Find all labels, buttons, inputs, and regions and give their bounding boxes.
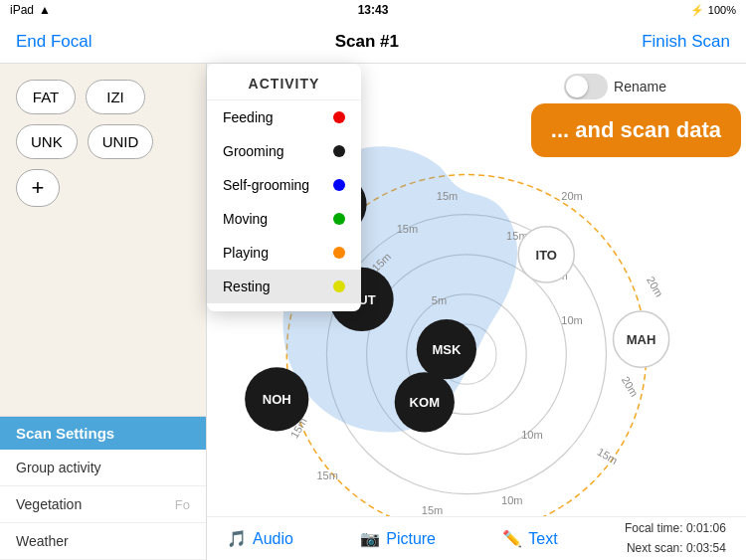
- subject-unk[interactable]: UNK: [16, 124, 78, 159]
- pen-icon: ✏️: [502, 529, 522, 548]
- subject-unid[interactable]: UNID: [88, 124, 154, 159]
- resting-label: Resting: [223, 279, 270, 294]
- focal-time: Focal time: 0:01:06: [625, 519, 726, 538]
- nav-bar: End Focal Scan #1 Finish Scan: [0, 20, 746, 64]
- status-right: ⚡ 100%: [690, 4, 736, 17]
- resting-dot: [333, 280, 345, 292]
- feeding-dot: [333, 111, 345, 123]
- wifi-icon: ▲: [39, 3, 51, 17]
- left-sidebar: FAT IZI UNK UNID + Scan Settings Group a…: [0, 64, 207, 560]
- scan-settings-header: Scan Settings: [0, 417, 206, 450]
- focal-info: Focal time: 0:01:06 Next scan: 0:03:54: [625, 519, 726, 557]
- feeding-label: Feeding: [223, 109, 274, 125]
- status-bar: iPad ▲ 13:43 ⚡ 100%: [0, 0, 746, 20]
- bluetooth-icon: ⚡: [690, 4, 704, 17]
- add-subject-button[interactable]: +: [16, 169, 60, 207]
- settings-weather[interactable]: Weather: [0, 523, 206, 560]
- status-left: iPad ▲: [10, 3, 51, 17]
- subject-fat[interactable]: FAT: [16, 80, 76, 114]
- self-grooming-dot: [333, 179, 345, 191]
- playing-label: Playing: [223, 245, 269, 261]
- audio-icon: 🎵: [227, 529, 247, 548]
- moving-label: Moving: [223, 211, 268, 227]
- scan-settings-panel: Scan Settings Group activity Vegetation …: [0, 416, 206, 560]
- callout-bubble: ... and scan data: [531, 103, 741, 157]
- svg-text:20m: 20m: [645, 275, 665, 299]
- svg-text:15m: 15m: [316, 469, 337, 481]
- status-time: 13:43: [358, 3, 389, 17]
- svg-text:15m: 15m: [397, 223, 418, 235]
- vegetation-value: Fo: [175, 497, 190, 512]
- activity-popup: ACTIVITY Feeding Grooming Self-grooming …: [207, 64, 361, 311]
- svg-text:20m: 20m: [620, 374, 641, 399]
- activity-resting[interactable]: Resting: [207, 270, 361, 303]
- settings-vegetation[interactable]: Vegetation Fo: [0, 486, 206, 523]
- svg-text:15m: 15m: [595, 446, 620, 467]
- finish-scan-button[interactable]: Finish Scan: [642, 32, 730, 52]
- camera-icon: 📷: [360, 529, 380, 548]
- picture-button[interactable]: 📷 Picture: [360, 529, 436, 548]
- scan-title: Scan #1: [335, 32, 399, 52]
- vegetation-label: Vegetation: [16, 496, 82, 512]
- moving-dot: [333, 213, 345, 225]
- playing-dot: [333, 247, 345, 259]
- svg-text:15m: 15m: [437, 190, 458, 202]
- svg-text:15m: 15m: [422, 504, 443, 516]
- audio-label: Audio: [253, 530, 293, 548]
- settings-group-activity[interactable]: Group activity: [0, 450, 206, 486]
- grooming-dot: [333, 145, 345, 157]
- rename-toggle[interactable]: Rename: [564, 74, 666, 99]
- svg-text:KOM: KOM: [410, 395, 440, 410]
- subject-izi[interactable]: IZI: [86, 80, 145, 114]
- svg-text:10m: 10m: [561, 314, 582, 326]
- activity-moving[interactable]: Moving: [207, 202, 361, 236]
- next-scan: Next scan: 0:03:54: [625, 539, 726, 558]
- bottom-bar: 🎵 Audio 📷 Picture ✏️ Text Focal time: 0:…: [207, 516, 746, 560]
- end-focal-button[interactable]: End Focal: [16, 32, 93, 52]
- svg-text:NOH: NOH: [263, 392, 291, 407]
- svg-text:10m: 10m: [501, 494, 522, 506]
- svg-text:MSK: MSK: [432, 342, 462, 357]
- audio-button[interactable]: 🎵 Audio: [227, 529, 293, 548]
- activity-grooming[interactable]: Grooming: [207, 134, 361, 168]
- activity-feeding[interactable]: Feeding: [207, 100, 361, 134]
- svg-text:20m: 20m: [561, 190, 582, 202]
- svg-text:5m: 5m: [432, 294, 447, 306]
- activity-popup-title: ACTIVITY: [207, 64, 361, 100]
- text-label: Text: [528, 530, 557, 548]
- toggle-knob: [566, 76, 588, 97]
- device-label: iPad: [10, 3, 34, 17]
- svg-text:10m: 10m: [521, 429, 542, 441]
- rename-switch[interactable]: [564, 74, 608, 99]
- group-activity-label: Group activity: [16, 460, 101, 475]
- subject-buttons: FAT IZI UNK UNID +: [0, 64, 206, 223]
- battery-label: 100%: [708, 4, 736, 16]
- svg-text:MAH: MAH: [627, 332, 656, 347]
- text-button[interactable]: ✏️ Text: [502, 529, 557, 548]
- svg-text:ITO: ITO: [536, 248, 557, 263]
- rename-label: Rename: [614, 79, 666, 94]
- weather-label: Weather: [16, 533, 69, 549]
- self-grooming-label: Self-grooming: [223, 177, 309, 193]
- main-content: FAT IZI UNK UNID + Scan Settings Group a…: [0, 64, 746, 560]
- activity-playing[interactable]: Playing: [207, 236, 361, 270]
- picture-label: Picture: [386, 530, 436, 548]
- activity-self-grooming[interactable]: Self-grooming: [207, 168, 361, 202]
- grooming-label: Grooming: [223, 143, 283, 159]
